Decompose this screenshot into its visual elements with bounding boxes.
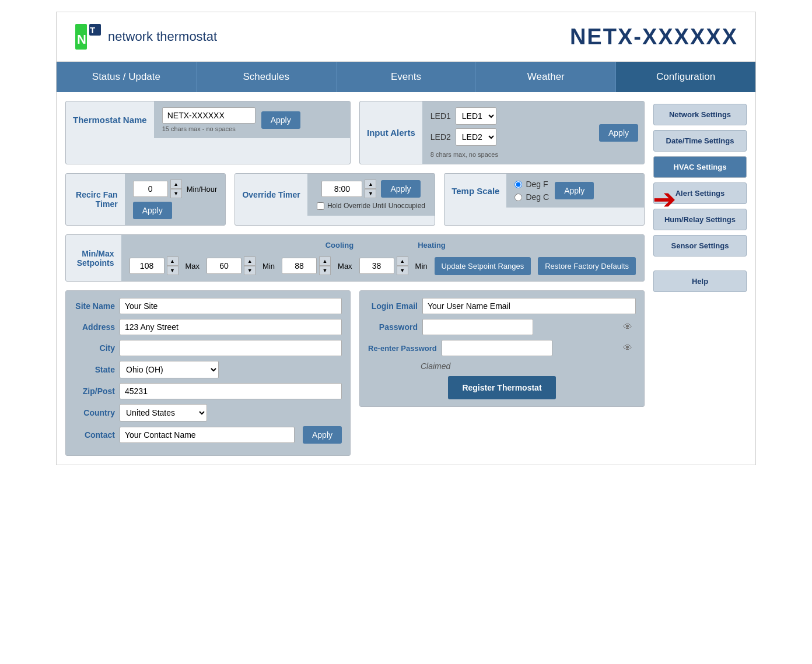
input-alerts-apply-button[interactable]: Apply — [599, 124, 638, 142]
right-sidebar: Network Settings Date/Time Settings HVAC… — [653, 101, 747, 456]
city-input[interactable] — [120, 340, 342, 356]
recirc-fan-unit: Min/Hour — [187, 185, 218, 194]
heating-min-spinner: ▲ ▼ — [359, 257, 408, 275]
nt-logo-icon: N T — [74, 23, 102, 51]
thermostat-name-input[interactable] — [162, 107, 256, 124]
login-email-input[interactable] — [422, 298, 636, 314]
site-apply-button[interactable]: Apply — [303, 426, 342, 444]
country-label: Country — [74, 408, 115, 417]
alerts-apply-wrap: Apply — [593, 101, 644, 164]
sidebar-hvac-settings[interactable]: HVAC Settings — [653, 156, 747, 178]
zip-input[interactable] — [120, 383, 342, 399]
cooling-min-input[interactable] — [206, 258, 242, 274]
deg-c-label: Deg C — [526, 192, 549, 202]
heating-max-up[interactable]: ▲ — [319, 257, 331, 266]
hold-override-wrap: Hold Override Until Unoccupied — [317, 202, 425, 210]
temp-scale-content: Deg F Deg C Apply — [506, 174, 644, 208]
temp-scale-apply-button[interactable]: Apply — [555, 182, 594, 199]
cooling-max-btns: ▲ ▼ — [167, 257, 178, 275]
nav-weather[interactable]: Weather — [476, 62, 616, 92]
heating-min-down[interactable]: ▼ — [397, 266, 408, 275]
override-timer-down-btn[interactable]: ▼ — [365, 189, 376, 198]
override-timer-input[interactable] — [321, 181, 362, 197]
password-input[interactable] — [422, 319, 533, 335]
left-panels: Thermostat Name 15 chars max - no spaces… — [65, 101, 645, 456]
cooling-min-up[interactable]: ▲ — [244, 257, 256, 266]
heating-min-input[interactable] — [359, 258, 394, 274]
override-timer-apply-button[interactable]: Apply — [381, 180, 420, 198]
address-input[interactable] — [120, 319, 342, 335]
thermostat-name-hint: 15 chars max - no spaces — [162, 125, 256, 132]
restore-factory-button[interactable]: Restore Factory Defaults — [538, 257, 636, 275]
nav-schedules[interactable]: Schedules — [197, 62, 337, 92]
reenter-password-input[interactable] — [442, 340, 552, 356]
contact-input[interactable] — [120, 427, 295, 443]
cooling-max-up[interactable]: ▲ — [167, 257, 178, 266]
setpoints-label: Min/Max Setpoints — [66, 235, 121, 281]
override-timer-controls: ▲ ▼ Apply — [321, 180, 420, 198]
cooling-min-down[interactable]: ▼ — [244, 266, 256, 275]
cooling-max-down[interactable]: ▼ — [167, 266, 178, 275]
heating-min-label: Min — [415, 262, 428, 270]
hold-override-checkbox[interactable] — [317, 202, 324, 210]
nav-configuration[interactable]: Configuration — [616, 62, 755, 92]
logo-text: network thermostat — [108, 29, 217, 44]
reenter-eye-icon[interactable]: 👁︎ — [623, 343, 632, 353]
recirc-fan-up-btn[interactable]: ▲ — [170, 180, 182, 189]
cooling-min-spinner: ▲ ▼ — [206, 257, 256, 275]
reenter-password-label: Re-enter Password — [368, 344, 437, 353]
svg-text:T: T — [90, 25, 95, 35]
input-alerts-row: Input Alerts LED1 LED1 LED2 None — [360, 101, 644, 164]
led1-label: LED1 — [430, 111, 451, 121]
address-field: Address — [74, 319, 342, 335]
led1-select[interactable]: LED1 LED2 None — [456, 107, 496, 125]
nav-status[interactable]: Status / Update — [57, 62, 197, 92]
heating-min-btns: ▲ ▼ — [397, 257, 408, 275]
recirc-fan-panel: Recirc Fan Timer ▲ ▼ — [65, 173, 226, 226]
sidebar-network-settings[interactable]: Network Settings — [653, 104, 747, 125]
heating-min-up[interactable]: ▲ — [397, 257, 408, 266]
contact-label: Contact — [74, 430, 115, 440]
update-setpoint-button[interactable]: Update Setpoint Ranges — [435, 257, 531, 275]
zip-label: Zip/Post — [74, 387, 115, 396]
claimed-text: Claimed — [421, 361, 450, 371]
recirc-fan-input[interactable] — [133, 181, 168, 197]
temp-scale-panel: Temp Scale Deg F Deg C — [444, 173, 645, 226]
heating-max-input[interactable] — [282, 258, 317, 274]
svg-text:N: N — [77, 32, 86, 47]
password-eye-icon[interactable]: 👁︎ — [623, 322, 632, 332]
reenter-password-wrap: 👁︎ — [442, 340, 636, 356]
country-select[interactable]: United States Canada Other — [120, 404, 207, 421]
register-wrap: Register Thermostat — [368, 376, 636, 399]
heating-max-down[interactable]: ▼ — [319, 266, 331, 275]
led1-row: LED1 LED1 LED2 None — [430, 107, 498, 125]
site-panel: Site Name Address City State — [65, 290, 351, 456]
cooling-min-btns: ▲ ▼ — [244, 257, 256, 275]
reenter-password-field: Re-enter Password 👁︎ — [368, 340, 636, 356]
deg-f-radio[interactable] — [514, 181, 522, 188]
recirc-fan-apply-button[interactable]: Apply — [133, 202, 172, 219]
claimed-wrap: Claimed — [368, 361, 636, 371]
cooling-max-input[interactable] — [130, 258, 164, 274]
thermostat-name-apply-button[interactable]: Apply — [261, 111, 300, 129]
deg-c-radio[interactable] — [514, 194, 522, 201]
recirc-fan-down-btn[interactable]: ▼ — [170, 189, 182, 198]
heating-max-spinner: ▲ ▼ — [282, 257, 331, 275]
state-select[interactable]: Ohio (OH) Alabama (AL) California (CA) — [120, 361, 219, 378]
heating-heading: Heating — [418, 241, 446, 250]
thermostat-name-panel: Thermostat Name 15 chars max - no spaces… — [65, 101, 351, 164]
sidebar-datetime-settings[interactable]: Date/Time Settings — [653, 130, 747, 152]
setpoints-panel: Min/Max Setpoints Cooling Heating — [65, 234, 645, 282]
city-label: City — [74, 343, 115, 353]
nav-events[interactable]: Events — [337, 62, 477, 92]
temp-scale-row: Temp Scale Deg F Deg C — [444, 174, 644, 208]
led2-select[interactable]: LED2 LED1 None — [456, 128, 496, 146]
temp-scale-radio-group: Deg F Deg C — [514, 180, 549, 202]
override-timer-up-btn[interactable]: ▲ — [365, 180, 376, 189]
sidebar-sensor-settings[interactable]: Sensor Settings — [653, 235, 747, 257]
register-thermostat-button[interactable]: Register Thermostat — [448, 376, 555, 399]
site-name-input[interactable] — [120, 298, 342, 314]
password-wrap: 👁︎ — [422, 319, 636, 335]
page-container: N T network thermostat NETX-XXXXXX Statu… — [56, 12, 756, 465]
sidebar-help[interactable]: Help — [653, 270, 747, 292]
